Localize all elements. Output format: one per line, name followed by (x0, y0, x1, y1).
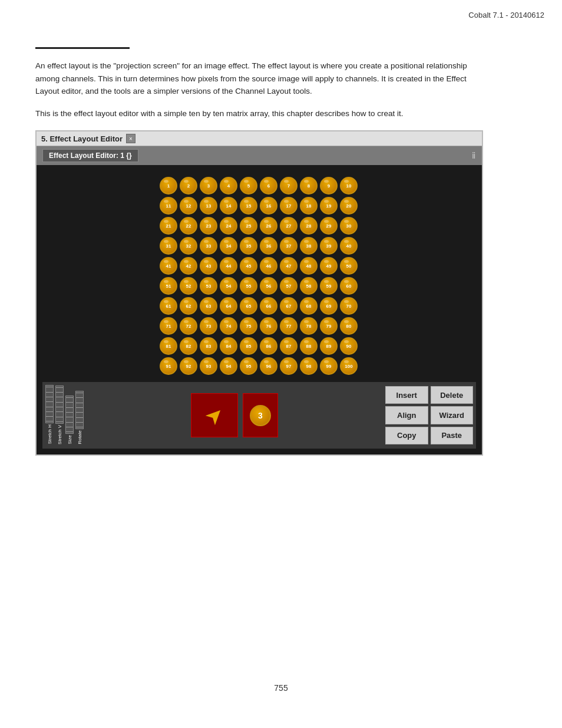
channel-cell[interactable]: 89 (320, 337, 338, 355)
channel-cell[interactable]: 45 (240, 257, 257, 275)
channel-cell[interactable]: 54 (220, 277, 237, 295)
channel-cell[interactable]: 12 (180, 197, 197, 215)
channel-cell[interactable]: 86 (260, 337, 277, 355)
channel-cell[interactable]: 65 (240, 297, 257, 315)
channel-cell[interactable]: 4 (220, 177, 237, 195)
channel-cell[interactable]: 88 (300, 337, 318, 355)
channel-cell[interactable]: 93 (200, 357, 217, 375)
channel-cell[interactable]: 25 (240, 217, 257, 235)
channel-cell[interactable]: 10 (340, 177, 358, 195)
channel-cell[interactable]: 11 (160, 197, 177, 215)
channel-cell[interactable]: 41 (160, 257, 177, 275)
channel-cell[interactable]: 35 (240, 237, 257, 255)
channel-cell[interactable]: 48 (300, 257, 318, 275)
delete-button[interactable]: Delete (431, 386, 474, 404)
channel-cell[interactable]: 26 (260, 217, 277, 235)
channel-cell[interactable]: 16 (260, 197, 277, 215)
channel-cell[interactable]: 60 (340, 277, 358, 295)
channel-cell[interactable]: 85 (240, 337, 257, 355)
channel-cell[interactable]: 21 (160, 217, 177, 235)
channel-cell[interactable]: 51 (160, 277, 177, 295)
channel-cell[interactable]: 81 (160, 337, 177, 355)
channel-cell[interactable]: 6 (260, 177, 277, 195)
stretch-v-slider[interactable]: Stretch V (55, 386, 64, 446)
channel-cell[interactable]: 58 (300, 277, 318, 295)
channel-cell[interactable]: 97 (280, 357, 297, 375)
channel-cell[interactable]: 50 (340, 257, 358, 275)
channel-cell[interactable]: 14 (220, 197, 237, 215)
channel-cell[interactable]: 63 (200, 297, 217, 315)
channel-cell[interactable]: 5 (240, 177, 257, 195)
channel-cell[interactable]: 90 (340, 337, 358, 355)
channel-cell[interactable]: 98 (300, 357, 318, 375)
channel-cell[interactable]: 55 (240, 277, 257, 295)
channel-cell[interactable]: 32 (180, 237, 197, 255)
channel-cell[interactable]: 30 (340, 217, 358, 235)
channel-cell[interactable]: 9 (320, 177, 338, 195)
channel-cell[interactable]: 39 (320, 237, 338, 255)
channel-cell[interactable]: 42 (180, 257, 197, 275)
channel-cell[interactable]: 99 (320, 357, 338, 375)
paste-button[interactable]: Paste (431, 427, 474, 444)
channel-cell[interactable]: 7 (280, 177, 297, 195)
channel-cell[interactable]: 91 (160, 357, 177, 375)
channel-cell[interactable]: 13 (200, 197, 217, 215)
channel-cell[interactable]: 34 (220, 237, 237, 255)
channel-cell[interactable]: 36 (260, 237, 277, 255)
channel-cell[interactable]: 84 (220, 337, 237, 355)
channel-cell[interactable]: 23 (200, 217, 217, 235)
channel-cell[interactable]: 68 (300, 297, 318, 315)
insert-button[interactable]: Insert (385, 386, 428, 404)
channel-cell[interactable]: 38 (300, 237, 318, 255)
channel-cell[interactable]: 2 (180, 177, 197, 195)
channel-cell[interactable]: 100 (340, 357, 358, 375)
channel-cell[interactable]: 70 (340, 297, 358, 315)
channel-cell[interactable]: 61 (160, 297, 177, 315)
channel-cell[interactable]: 18 (300, 197, 318, 215)
channel-cell[interactable]: 67 (280, 297, 297, 315)
channel-cell[interactable]: 44 (220, 257, 237, 275)
channel-cell[interactable]: 15 (240, 197, 257, 215)
channel-cell[interactable]: 95 (240, 357, 257, 375)
channel-cell[interactable]: 29 (320, 217, 338, 235)
channel-cell[interactable]: 47 (280, 257, 297, 275)
channel-cell[interactable]: 20 (340, 197, 358, 215)
channel-cell[interactable]: 69 (320, 297, 338, 315)
stretch-h-slider[interactable]: Stretch H (45, 385, 54, 445)
channel-cell[interactable]: 19 (320, 197, 338, 215)
channel-cell[interactable]: 40 (340, 237, 358, 255)
editor-close-button[interactable]: × (126, 134, 135, 143)
channel-cell[interactable]: 94 (220, 357, 237, 375)
channel-cell[interactable]: 22 (180, 217, 197, 235)
channel-cell[interactable]: 66 (260, 297, 277, 315)
channel-cell[interactable]: 82 (180, 337, 197, 355)
channel-cell[interactable]: 77 (280, 317, 297, 335)
align-button[interactable]: Align (385, 406, 428, 424)
channel-cell[interactable]: 75 (240, 317, 257, 335)
channel-cell[interactable]: 46 (260, 257, 277, 275)
channel-cell[interactable]: 43 (200, 257, 217, 275)
channel-cell[interactable]: 53 (200, 277, 217, 295)
channel-cell[interactable]: 76 (260, 317, 277, 335)
channel-cell[interactable]: 52 (180, 277, 197, 295)
channel-cell[interactable]: 49 (320, 257, 338, 275)
channel-cell[interactable]: 24 (220, 217, 237, 235)
channel-cell[interactable]: 72 (180, 317, 197, 335)
channel-cell[interactable]: 1 (160, 177, 177, 195)
channel-cell[interactable]: 8 (300, 177, 318, 195)
rotate-track[interactable] (75, 391, 84, 429)
channel-cell[interactable]: 64 (220, 297, 237, 315)
channel-cell[interactable]: 62 (180, 297, 197, 315)
channel-cell[interactable]: 27 (280, 217, 297, 235)
channel-cell[interactable]: 73 (200, 317, 217, 335)
rotate-slider[interactable]: Rotate (75, 391, 84, 446)
channel-cell[interactable]: 33 (200, 237, 217, 255)
size-track[interactable] (65, 396, 74, 434)
channel-cell[interactable]: 80 (340, 317, 358, 335)
channel-cell[interactable]: 28 (300, 217, 318, 235)
channel-cell[interactable]: 37 (280, 237, 297, 255)
channel-cell[interactable]: 96 (260, 357, 277, 375)
stretch-h-track[interactable] (45, 385, 54, 423)
channel-cell[interactable]: 17 (280, 197, 297, 215)
channel-cell[interactable]: 78 (300, 317, 318, 335)
